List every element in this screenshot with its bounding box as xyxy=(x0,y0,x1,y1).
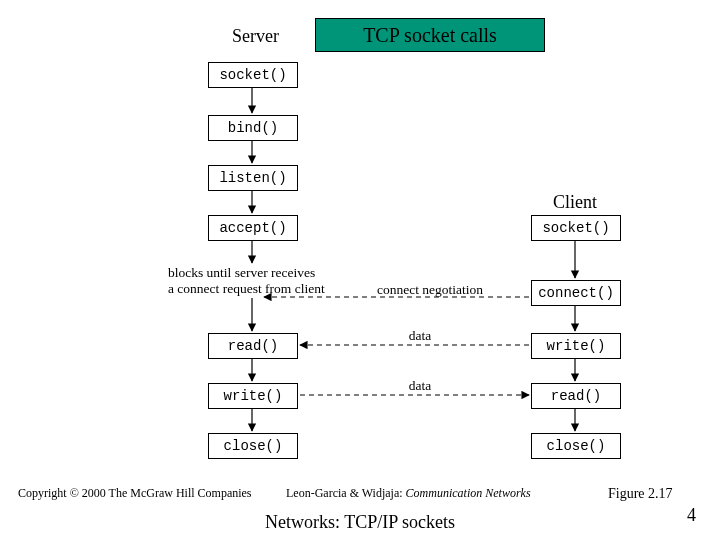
figure-number: Figure 2.17 xyxy=(608,486,673,502)
arrows-svg xyxy=(0,0,720,540)
attribution-plain: Leon-Garcia & Widjaja: xyxy=(286,486,406,500)
copyright-text: Copyright © 2000 The McGraw Hill Compani… xyxy=(18,486,252,501)
slide-title: Networks: TCP/IP sockets xyxy=(0,512,720,533)
attribution-italic: Communication Networks xyxy=(406,486,531,500)
page-number: 4 xyxy=(687,505,696,526)
attribution-text: Leon-Garcia & Widjaja: Communication Net… xyxy=(286,486,531,501)
